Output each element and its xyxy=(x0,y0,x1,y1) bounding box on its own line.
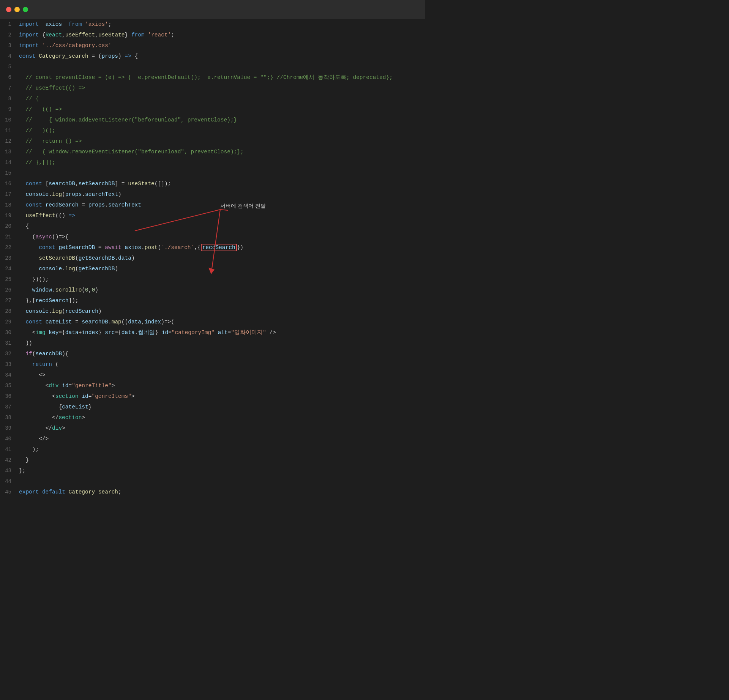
code-line: 7 // useEffect(() => xyxy=(0,83,425,93)
code-line: 41 ); xyxy=(0,444,425,455)
code-line: 5 xyxy=(0,61,425,72)
code-line: 25 })(); xyxy=(0,274,425,285)
green-traffic-light[interactable] xyxy=(23,7,28,12)
annotation-label: 서버에 검색어 전달 xyxy=(220,203,266,210)
code-line: 28 console.log(recdSearch) xyxy=(0,306,425,317)
code-line: 24 console.log(getSearchDB) xyxy=(0,263,425,274)
code-line: 42 } xyxy=(0,455,425,465)
code-line: 1 import axios from 'axios'; xyxy=(0,19,425,30)
code-line: 17 console.log(props.searchText) xyxy=(0,189,425,200)
code-line: 37 {cateList} xyxy=(0,402,425,412)
code-line: 44 xyxy=(0,476,425,487)
code-line: 10 // { window.addEventListener("beforeu… xyxy=(0,115,425,125)
code-line: 22 const getSearchDB = await axios.post(… xyxy=(0,242,425,253)
code-line: 27 },[recdSearch]); xyxy=(0,295,425,306)
code-line: 3 import '../css/category.css' xyxy=(0,40,425,51)
code-line: 9 // (() => xyxy=(0,104,425,115)
code-line: 26 window.scrollTo(0,0) xyxy=(0,285,425,295)
code-line: 23 setSearchDB(getSearchDB.data) xyxy=(0,253,425,263)
title-bar xyxy=(0,0,425,19)
code-line: 29 const cateList = searchDB.map((data,i… xyxy=(0,317,425,327)
code-line: 12 // return () => xyxy=(0,136,425,147)
red-traffic-light[interactable] xyxy=(6,7,11,12)
code-line: 34 <> xyxy=(0,370,425,380)
code-line: 30 <img key={data+index} src={data.썸네일} … xyxy=(0,327,425,338)
code-line: 39 </div> xyxy=(0,423,425,434)
code-line: 14 // },[]); xyxy=(0,157,425,168)
yellow-traffic-light[interactable] xyxy=(14,7,20,12)
code-line: 36 <section id="genreItems"> xyxy=(0,391,425,402)
code-line: 19 useEffect(() => xyxy=(0,210,425,221)
code-editor: 서버에 검색어 전달 1 import axios from 'axios'; … xyxy=(0,19,425,497)
code-line: 16 const [searchDB,setSearchDB] = useSta… xyxy=(0,178,425,189)
code-line: 43 }; xyxy=(0,465,425,476)
code-line: 11 // )(); xyxy=(0,125,425,136)
code-line: 8 // { xyxy=(0,93,425,104)
code-line: 40 </> xyxy=(0,434,425,444)
code-line: 38 </section> xyxy=(0,412,425,423)
code-line: 21 (async()=>{ xyxy=(0,232,425,242)
code-line: 18 const recdSearch = props.searchText xyxy=(0,200,425,210)
code-line: 35 <div id="genreTitle"> xyxy=(0,380,425,391)
code-line: 32 if(searchDB){ xyxy=(0,348,425,359)
code-line: 6 // const preventClose = (e) => { e.pre… xyxy=(0,72,425,83)
code-line: 2 import {React,useEffect,useState} from… xyxy=(0,30,425,40)
code-line: 20 { xyxy=(0,221,425,232)
highlighted-recd-search: recdSearch xyxy=(201,244,237,251)
code-line: 15 xyxy=(0,168,425,178)
code-line: 4 const Category_search = (props) => { xyxy=(0,51,425,61)
code-line: 31 )) xyxy=(0,338,425,348)
code-line: 33 return ( xyxy=(0,359,425,370)
code-line: 13 // { window.removeEventListener("befo… xyxy=(0,147,425,157)
code-line: 45 export default Category_search; xyxy=(0,487,425,497)
